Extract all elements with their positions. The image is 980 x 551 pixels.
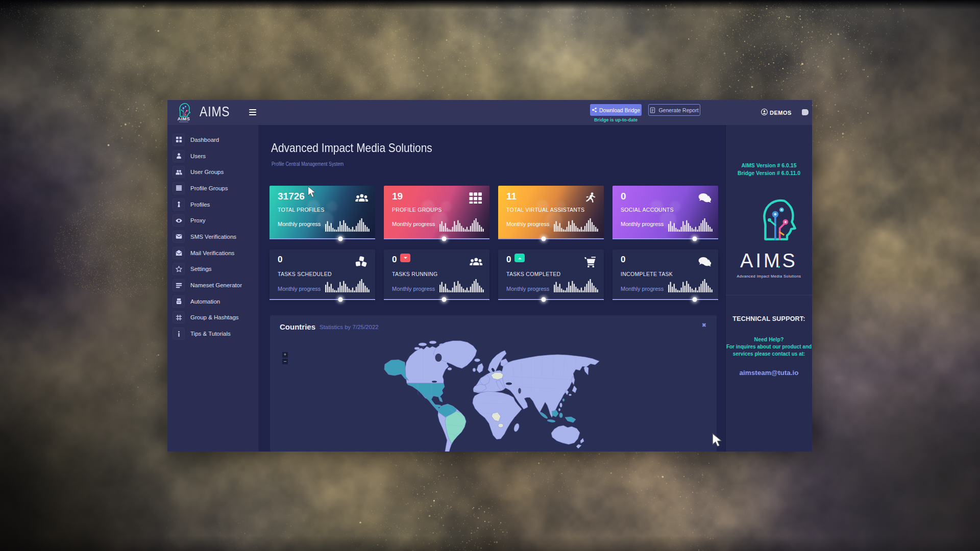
svg-text:AIMS: AIMS bbox=[178, 116, 190, 121]
